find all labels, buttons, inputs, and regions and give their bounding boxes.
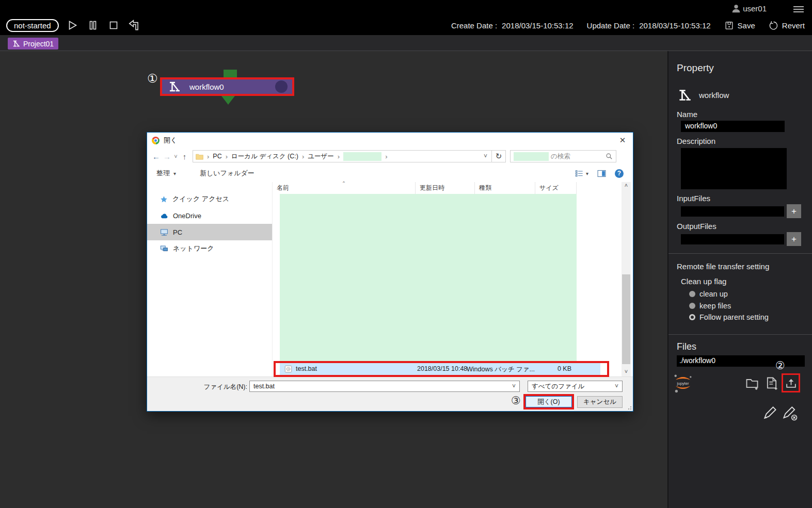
workflow-icon [678,88,692,102]
file-row-testbat[interactable]: test.bat 2018/03/15 10:48 Windows バッチ ファ… [280,363,600,375]
node-upper-connector [224,70,237,78]
sidebar-item-quick-access[interactable]: クイック アクセス [147,191,272,207]
dialog-title-bar[interactable]: 開く ✕ [147,133,633,148]
workflow-icon [168,80,181,93]
outputfiles-input[interactable] [681,234,784,244]
step-back-icon [128,19,141,32]
breadcrumb-pc[interactable]: PC [213,153,221,160]
folder-icon [196,153,203,160]
sidebar-item-network[interactable]: ネットワーク [147,240,272,257]
column-header-size[interactable]: サイズ [535,182,577,194]
filename-label: ファイル名(N): [147,383,247,391]
update-date-value: 2018/03/15-10:53:12 [639,21,710,30]
create-date-value: 2018/03/15-10:53:12 [502,21,573,30]
tab-project01[interactable]: Project01 [8,38,58,50]
property-panel: Property workflow Name workflow0 Descrip… [667,51,812,508]
jupyter-button[interactable]: jupyter [672,372,694,397]
cancel-button[interactable]: キャンセル [577,396,623,408]
view-mode-button[interactable]: ▾ [575,170,588,177]
pause-button[interactable] [86,19,100,32]
file-plus-icon [765,376,779,390]
file-type: Windows バッチ ファ... [467,365,535,374]
dialog-footer: ファイル名(N): test.bat ˅ すべてのファイル ˅ ③ 開く(O) … [147,376,633,411]
sidebar-item-label: ネットワーク [173,244,214,253]
filetype-select[interactable]: すべてのファイル ˅ [528,381,623,392]
inputfiles-input[interactable] [681,206,784,217]
redacted-file-list [280,194,577,363]
pencil-x-icon [782,405,798,421]
address-dropdown-icon[interactable]: ˅ [482,153,489,160]
save-button[interactable]: Save [724,21,755,30]
divider [668,253,812,254]
radio-keep-files[interactable]: keep files [689,302,731,310]
sort-ascending-icon: ˆ [343,181,345,188]
column-header-modified[interactable]: 更新日時 [416,182,475,194]
breadcrumb[interactable]: › PC › ローカル ディスク (C:) › ユーザー › › ˅ [193,150,492,162]
scrollbar-thumb[interactable] [622,274,630,364]
hamburger-menu-icon[interactable] [793,5,804,13]
column-header-type[interactable]: 種類 [475,182,535,194]
new-folder-button[interactable]: 新しいフォルダー [200,169,254,178]
files-path[interactable]: ./workflow0 [677,355,805,367]
forward-button[interactable]: → [162,152,172,161]
organize-menu[interactable]: 整理 ▾ [156,169,176,178]
stop-button[interactable] [107,19,121,32]
breadcrumb-local-disk[interactable]: ローカル ディスク (C:) [231,152,298,161]
dialog-toolbar: 整理 ▾ 新しいフォルダー ▾ ? [147,165,633,182]
search-label: の検索 [551,152,570,161]
file-name: test.bat [296,365,317,372]
run-button[interactable] [66,19,79,32]
tab-bar: Project01 [0,35,812,51]
description-textarea[interactable] [681,148,787,189]
edit-toolbar [668,405,812,423]
name-input[interactable]: workflow0 [681,121,785,132]
up-button[interactable]: ↑ [179,152,190,161]
radio-clean-up[interactable]: clean up [689,290,728,298]
new-folder-button[interactable] [745,376,759,392]
upload-icon[interactable] [785,376,798,389]
node-output-port[interactable] [275,80,288,93]
open-button[interactable]: 開く(O) [526,396,572,407]
sidebar-item-onedrive[interactable]: OneDrive [147,207,272,224]
name-label: Name [677,110,697,119]
back-button[interactable]: ← [151,152,162,161]
dialog-main: クイック アクセス OneDrive PC ネットワーク 名前 ˆ 更新日時 種… [147,182,633,376]
search-input[interactable]: の検索 [510,150,616,162]
scroll-up-icon[interactable]: ˄ [622,182,631,190]
help-button[interactable]: ? [615,169,624,178]
file-modified: 2018/03/15 10:48 [417,365,467,372]
dropdown-icon: ▾ [586,171,588,176]
inputfiles-add-button[interactable]: + [787,204,801,218]
crumb-separator: › [336,153,341,160]
filename-input[interactable]: test.bat ˅ [249,381,520,392]
radio-follow-parent-setting[interactable]: Follow parent setting [689,313,769,321]
new-file-button[interactable] [765,376,779,392]
cloud-icon [160,212,168,219]
file-list-scrollbar[interactable]: ˄ ˅ [622,182,631,376]
network-icon [160,245,168,252]
resize-grip[interactable] [627,405,631,409]
close-icon[interactable]: ✕ [617,136,628,145]
outputfiles-add-button[interactable]: + [787,232,801,246]
toolbar: not-started Create Date : 2018/03/15-10:… [0,15,812,35]
filename-dropdown-icon[interactable]: ˅ [512,383,516,390]
edit-button[interactable] [762,405,778,422]
annotation-3: ③ [511,395,521,406]
open-file-dialog: 開く ✕ ← → ˅ ↑ › PC › ローカル ディスク (C:) › ユーザ… [147,132,633,412]
scroll-down-icon[interactable]: ˅ [622,368,631,376]
sidebar-item-pc[interactable]: PC [147,224,272,240]
radio-label: clean up [699,290,728,298]
refresh-button[interactable]: ↻ [492,150,506,162]
workflow-node[interactable]: workflow0 [160,77,294,96]
user-menu[interactable]: user01 [730,3,767,14]
breadcrumb-users[interactable]: ユーザー [308,152,334,161]
revert-button[interactable]: Revert [769,21,805,30]
clean-button[interactable] [128,19,141,32]
sidebar-item-label: PC [173,228,182,236]
annotation-2: ② [775,360,785,371]
preview-pane-icon[interactable] [597,170,606,177]
edit-with-parameters-button[interactable] [782,405,798,423]
workflow-icon [12,40,20,47]
computer-icon [160,228,168,236]
history-dropdown-icon[interactable]: ˅ [172,153,179,159]
